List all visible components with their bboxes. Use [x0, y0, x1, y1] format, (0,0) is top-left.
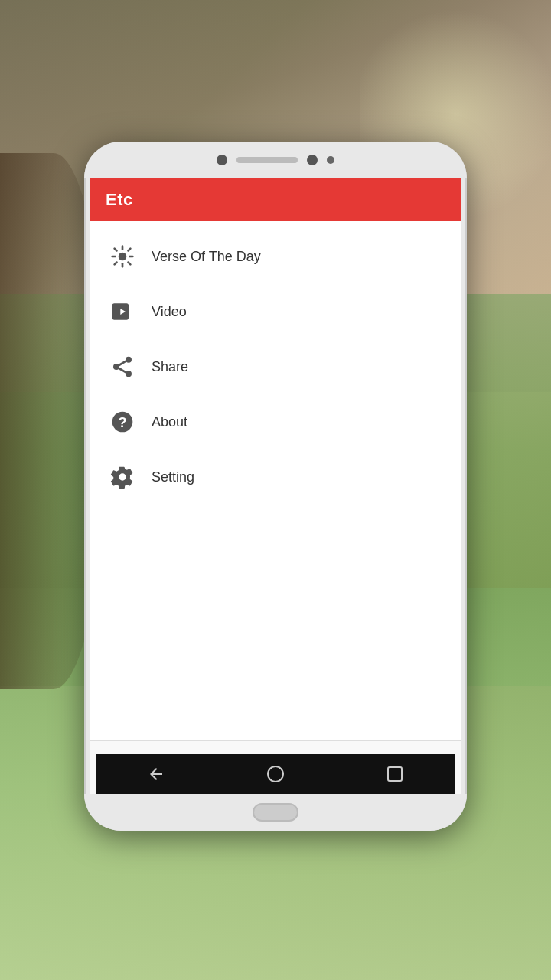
sensor-2 — [327, 156, 334, 164]
question-icon: ? — [109, 408, 136, 436]
menu-label-setting: Setting — [152, 469, 194, 485]
screen: Etc — [90, 178, 461, 794]
svg-point-12 — [113, 364, 119, 370]
menu-label-video: Video — [152, 304, 187, 320]
sun-icon — [109, 243, 136, 270]
android-nav — [96, 754, 455, 794]
menu-item-share[interactable]: Share — [90, 339, 461, 394]
sensor-1 — [307, 155, 318, 165]
speaker — [236, 157, 298, 163]
svg-line-5 — [115, 249, 117, 251]
menu-item-setting[interactable]: Setting — [90, 449, 461, 505]
phone-bottom — [84, 794, 467, 831]
svg-line-15 — [119, 361, 126, 365]
circle-icon — [266, 765, 285, 783]
svg-point-11 — [126, 357, 132, 363]
home-button[interactable] — [266, 765, 285, 783]
phone-frame: Etc — [84, 142, 467, 831]
video-icon — [109, 298, 136, 325]
svg-point-20 — [268, 766, 283, 782]
menu-item-video[interactable]: Video — [90, 284, 461, 339]
svg-point-13 — [126, 371, 132, 377]
gear-icon — [109, 463, 136, 491]
svg-point-0 — [119, 253, 127, 261]
svg-rect-21 — [388, 767, 402, 781]
square-icon — [386, 765, 404, 783]
menu-label-about: About — [152, 414, 187, 430]
menu-label-verse: Verse Of The Day — [152, 249, 261, 265]
svg-line-6 — [129, 263, 131, 265]
front-camera — [217, 155, 227, 165]
back-button[interactable] — [147, 765, 165, 783]
recent-button[interactable] — [386, 765, 404, 783]
svg-line-8 — [115, 263, 117, 265]
physical-home-button[interactable] — [253, 803, 298, 822]
menu-label-share: Share — [152, 359, 188, 375]
phone-top — [84, 142, 467, 178]
svg-line-14 — [119, 368, 126, 372]
menu-item-verse[interactable]: Verse Of The Day — [90, 229, 461, 284]
menu-list: Verse Of The Day Video — [90, 221, 461, 740]
app-header: Etc — [90, 178, 461, 221]
page-title: Etc — [106, 190, 133, 210]
svg-line-7 — [129, 249, 131, 251]
svg-text:?: ? — [118, 414, 126, 430]
back-icon — [147, 765, 165, 783]
menu-item-about[interactable]: ? About — [90, 394, 461, 449]
share-icon — [109, 353, 136, 381]
